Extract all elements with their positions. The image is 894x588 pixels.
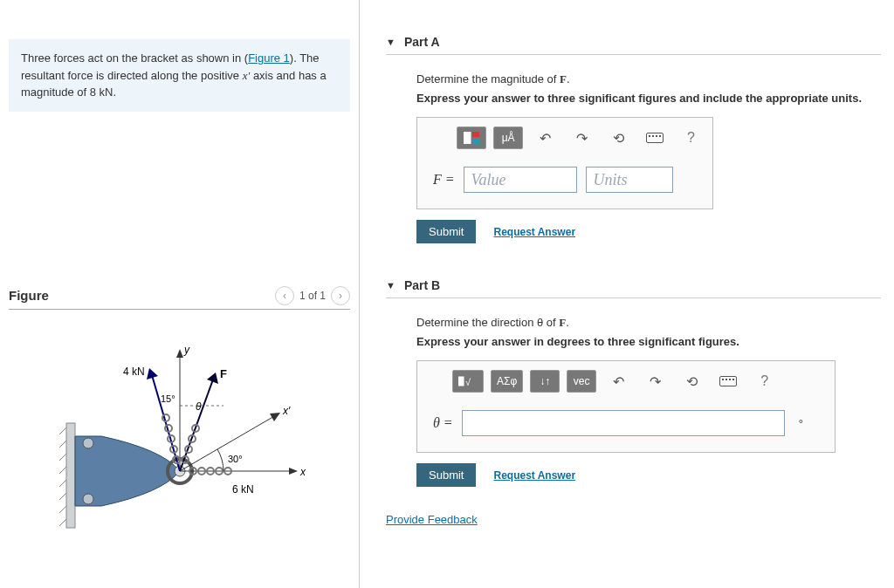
part-a-units-input[interactable]: Units — [586, 167, 673, 193]
svg-line-8 — [59, 519, 66, 526]
svg-line-4 — [59, 467, 66, 474]
part-b-var: θ = — [433, 415, 453, 431]
svg-rect-41 — [458, 377, 464, 386]
part-a-value-input[interactable]: Value — [464, 167, 577, 193]
figure-title: Figure — [9, 288, 49, 303]
angle-15-label: 15° — [161, 393, 175, 404]
problem-text: . — [113, 85, 117, 99]
figure-page-indicator: 1 of 1 — [299, 290, 326, 302]
undo-icon[interactable]: ↶ — [530, 126, 560, 149]
vec-button[interactable]: vec — [567, 370, 596, 393]
part-b-header[interactable]: ▼ Part B — [386, 278, 881, 298]
magnitude-value: 8 kN — [90, 85, 113, 99]
greek-button[interactable]: ΑΣφ — [491, 370, 523, 393]
svg-rect-40 — [472, 139, 479, 144]
part-b-request-answer[interactable]: Request Answer — [493, 469, 575, 482]
svg-text:√: √ — [465, 377, 471, 387]
keyboard-icon[interactable] — [640, 126, 670, 149]
degree-suffix: ° — [799, 417, 803, 430]
problem-statement: Three forces act on the bracket as shown… — [9, 39, 350, 112]
svg-line-5 — [59, 480, 66, 487]
help-icon[interactable]: ? — [753, 373, 775, 389]
svg-marker-14 — [176, 349, 183, 358]
help-icon[interactable]: ? — [680, 130, 702, 146]
part-b-title: Part B — [404, 278, 440, 292]
subscript-button[interactable]: ↓↑ — [530, 370, 560, 393]
collapse-icon: ▼ — [386, 37, 395, 47]
part-a-instruction: Express your answer to three significant… — [416, 92, 881, 105]
figure-diagram: y x x′ 4 kN F — [9, 327, 350, 537]
axis-symbol: x′ — [243, 69, 251, 82]
part-b-answer-box: √ ΑΣφ ↓↑ vec ↶ ↷ ⟲ ? θ = ° — [416, 360, 836, 453]
units-button[interactable]: μÅ — [493, 126, 523, 149]
figure-link[interactable]: Figure 1 — [248, 51, 290, 65]
svg-point-10 — [83, 494, 93, 504]
redo-icon[interactable]: ↷ — [567, 126, 596, 149]
force-F-label: F — [220, 367, 227, 380]
figure-header: Figure ‹ 1 of 1 › — [9, 286, 350, 310]
figure-prev-button[interactable]: ‹ — [275, 286, 294, 305]
part-b-submit-button[interactable]: Submit — [416, 463, 476, 487]
axis-xprime-label: x′ — [282, 405, 291, 417]
svg-line-3 — [59, 454, 66, 461]
angle-30-label: 30° — [228, 454, 243, 464]
part-b-prompt: Determine the direction θ of F. — [416, 316, 881, 330]
figure-next-button[interactable]: › — [331, 286, 350, 305]
svg-line-6 — [59, 493, 66, 500]
part-b-instruction: Express your answer in degrees to three … — [416, 335, 881, 348]
axis-y-label: y — [183, 344, 190, 356]
axis-x-label: x — [299, 466, 306, 478]
part-a-answer-box: μÅ ↶ ↷ ⟲ ? F = Value Units — [416, 117, 713, 209]
keyboard-icon[interactable] — [713, 370, 743, 393]
force-4kn-label: 4 kN — [123, 366, 145, 378]
part-a-prompt: Determine the magnitude of F. — [416, 72, 881, 86]
part-a-submit-button[interactable]: Submit — [416, 220, 476, 243]
svg-line-1 — [59, 427, 66, 434]
part-a-request-answer[interactable]: Request Answer — [493, 226, 575, 238]
redo-icon[interactable]: ↷ — [640, 370, 670, 393]
svg-line-2 — [59, 441, 66, 448]
provide-feedback-link[interactable]: Provide Feedback — [386, 513, 881, 526]
angle-theta-label: θ — [196, 400, 202, 413]
collapse-icon: ▼ — [386, 280, 395, 291]
svg-point-9 — [83, 438, 93, 448]
template-button[interactable] — [457, 126, 486, 149]
force-6kn-label: 6 kN — [232, 483, 254, 496]
part-a-title: Part A — [404, 35, 440, 49]
reset-icon[interactable]: ⟲ — [677, 370, 706, 393]
problem-text: Three forces act on the bracket as shown… — [21, 51, 248, 65]
svg-rect-38 — [464, 132, 471, 144]
svg-marker-18 — [270, 413, 280, 421]
part-a-header[interactable]: ▼ Part A — [386, 35, 881, 55]
sqrt-template-button[interactable]: √ — [452, 370, 484, 393]
undo-icon[interactable]: ↶ — [603, 370, 633, 393]
part-a-var: F = — [433, 172, 455, 188]
svg-line-7 — [59, 506, 66, 513]
svg-marker-16 — [289, 468, 298, 475]
reset-icon[interactable]: ⟲ — [603, 126, 633, 149]
svg-rect-39 — [472, 132, 479, 137]
svg-rect-0 — [66, 423, 75, 528]
part-b-value-input[interactable] — [462, 410, 785, 436]
